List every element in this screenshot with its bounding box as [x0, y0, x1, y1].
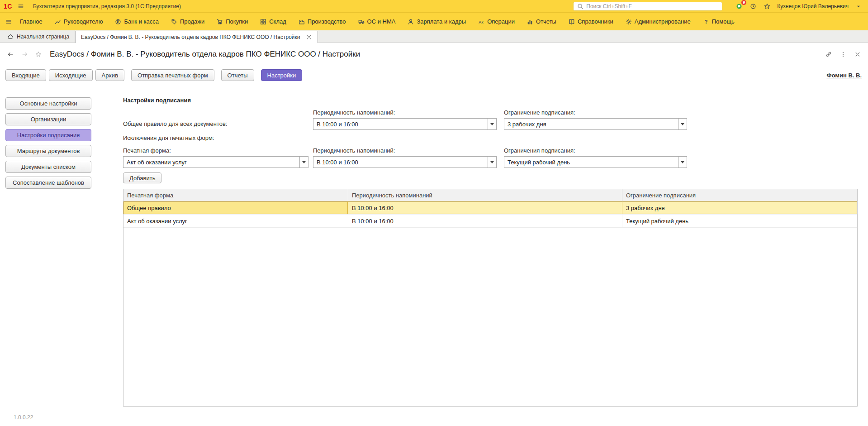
sidebar-item-3[interactable]: Настройки подписания: [5, 129, 91, 141]
menubar-item-5[interactable]: Покупки: [217, 18, 248, 25]
menubar-item-4[interactable]: Продажи: [171, 18, 204, 25]
menubar-item-label: Главное: [20, 18, 43, 25]
table-row[interactable]: Акт об оказании услугВ 10:00 и 16:00Теку…: [123, 215, 857, 228]
user-name[interactable]: Кузнецов Юрий Валерьевич: [777, 3, 849, 10]
form-restriction-combo[interactable]: Текущий рабочий день: [504, 156, 687, 168]
forward-button[interactable]: [20, 49, 30, 59]
sidebar-item-1[interactable]: Основные настройки: [5, 97, 91, 110]
sections-panel-toggle-icon[interactable]: [5, 18, 13, 26]
form-label: Печатная форма:: [123, 147, 308, 154]
sidebar-item-6[interactable]: Сопоставление шаблонов: [5, 177, 91, 189]
add-button[interactable]: Добавить: [123, 172, 161, 183]
chart-line-icon: [55, 19, 61, 25]
menubar-item-label: Производство: [308, 18, 346, 25]
home-icon: [7, 34, 14, 40]
discussions-icon[interactable]: 9: [735, 2, 743, 10]
table-cell: В 10:00 и 16:00: [348, 201, 622, 214]
general-restriction-combo[interactable]: 3 рабочих дня: [504, 118, 687, 130]
tab-label: EasyDocs / Фомин В. В. - Руководитель от…: [81, 34, 300, 40]
table-row[interactable]: Общее правилоВ 10:00 и 16:003 рабочих дн…: [123, 201, 857, 215]
menubar-item-label: Помощь: [712, 18, 735, 25]
general-reminder-label: Периодичность напоминаний:: [313, 109, 497, 116]
sidebar-item-4[interactable]: Маршруты документов: [5, 145, 91, 157]
more-menu-icon[interactable]: [840, 51, 846, 57]
favorite-star-icon[interactable]: [35, 51, 42, 57]
menubar-item-label: Справочники: [578, 18, 613, 25]
search-input[interactable]: [586, 3, 719, 10]
toolbar-button-5[interactable]: Отчеты: [221, 69, 254, 81]
search-icon: [576, 2, 584, 10]
tab-close-icon[interactable]: [306, 34, 312, 40]
section-heading: Настройки подписания: [123, 97, 858, 104]
toolbar-button-6[interactable]: Настройки: [261, 69, 303, 81]
main-menu-icon[interactable]: [17, 2, 25, 10]
chevron-down-icon[interactable]: [678, 119, 687, 129]
close-page-icon[interactable]: [854, 51, 861, 57]
menubar-item-12[interactable]: Справочники: [569, 18, 613, 25]
table-column-header[interactable]: Ограничение подписания: [622, 189, 857, 201]
tab-active-page[interactable]: EasyDocs / Фомин В. В. - Руководитель от…: [75, 31, 318, 43]
table-column-header[interactable]: Периодичность напоминаний: [348, 189, 622, 201]
form-value: Акт об оказании услуг: [123, 157, 299, 168]
menubar-item-13[interactable]: Администрирование: [626, 18, 691, 25]
chevron-down-icon[interactable]: [488, 157, 496, 168]
toolbar-button-1[interactable]: Входящие: [5, 69, 46, 81]
menubar-item-14[interactable]: ?Помощь: [703, 18, 735, 25]
1c-logo: 1С: [4, 3, 12, 10]
menubar-item-label: ОС и НМА: [367, 18, 396, 25]
chevron-down-icon[interactable]: [678, 157, 687, 168]
menubar-item-label: Отчеты: [536, 18, 556, 25]
menubar-item-2[interactable]: Руководителю: [55, 18, 103, 25]
toolbar-button-4[interactable]: Отправка печатных форм: [131, 69, 214, 81]
page-header-actions: [825, 51, 861, 57]
factory-icon: [299, 19, 305, 25]
warehouse-grid-icon: [260, 19, 266, 25]
menu-bar: ГлавноеРуководителюБанк и кассаПродажиПо…: [0, 12, 868, 30]
menubar-item-10[interactable]: АкОперации: [478, 18, 515, 25]
form-combo[interactable]: Акт об оказании услуг: [123, 156, 308, 168]
menubar-item-7[interactable]: Производство: [299, 18, 346, 25]
menubar-item-label: Склад: [269, 18, 286, 25]
table-cell: Общее правило: [123, 201, 348, 214]
menubar-item-8[interactable]: ОС и НМА: [358, 18, 396, 25]
tab-home-page[interactable]: Начальная страница: [2, 30, 75, 43]
table-column-header[interactable]: Печатная форма: [123, 189, 348, 201]
back-button[interactable]: [5, 49, 15, 59]
menubar-item-6[interactable]: Склад: [260, 18, 286, 25]
command-bar: ВходящиеИсходящиеАрхивОтправка печатных …: [0, 65, 868, 86]
bar-chart-icon: [527, 19, 533, 25]
title-bar: 1С Бухгалтерия предприятия, редакция 3.0…: [0, 0, 868, 12]
form-reminder-combo[interactable]: В 10:00 и 16:00: [313, 156, 497, 168]
toolbar-button-3[interactable]: Архив: [95, 69, 124, 81]
chevron-down-icon[interactable]: [488, 119, 496, 129]
chevron-down-icon[interactable]: [299, 157, 308, 168]
table-cell: Акт об оказании услуг: [123, 215, 348, 227]
global-search[interactable]: [573, 2, 722, 11]
get-link-icon[interactable]: [825, 51, 832, 57]
coin-icon: [115, 19, 121, 25]
table-cell: 3 рабочих дня: [622, 201, 857, 214]
book-icon: [569, 19, 575, 25]
menubar-item-label: Операции: [487, 18, 515, 25]
menubar-item-label: Администрирование: [635, 18, 691, 25]
menubar-item-3[interactable]: Банк и касса: [115, 18, 159, 25]
general-restriction-label: Ограничение подписания:: [504, 109, 687, 116]
favorites-icon[interactable]: [763, 2, 771, 10]
table-header: Печатная формаПериодичность напоминанийО…: [123, 189, 857, 201]
exceptions-label: Исключения для печатных форм:: [123, 134, 308, 141]
general-reminder-combo[interactable]: В 10:00 и 16:00: [313, 118, 497, 130]
person-icon: [408, 19, 414, 25]
menubar-item-9[interactable]: Зарплата и кадры: [408, 18, 466, 25]
sidebar-item-5[interactable]: Документы списком: [5, 161, 91, 173]
sidebar-item-2[interactable]: Организации: [5, 113, 91, 125]
user-menu-chevron-icon[interactable]: [854, 2, 863, 10]
toolbar-button-2[interactable]: Исходящие: [49, 69, 93, 81]
general-rule-label: Общее правило для всех документов:: [123, 118, 308, 130]
menubar-item-1[interactable]: Главное: [20, 18, 43, 25]
main-content: Настройки подписания Периодичность напом…: [123, 97, 858, 407]
current-user-link[interactable]: Фомин В. В.: [826, 72, 862, 79]
menubar-item-label: Банк и касса: [124, 18, 159, 25]
history-icon[interactable]: [749, 2, 757, 10]
menubar-item-11[interactable]: Отчеты: [527, 18, 556, 25]
page-title: EasyDocs / Фомин В. В. - Руководитель от…: [50, 50, 360, 59]
